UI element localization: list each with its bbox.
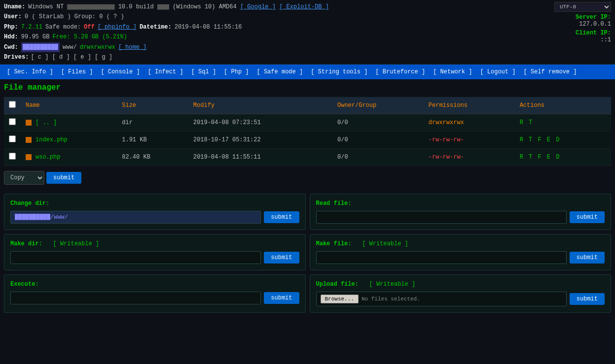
file-size: 1.91 KB: [117, 132, 188, 149]
nav-string-tools[interactable]: [ String tools ]: [308, 67, 370, 76]
file-actions: R T F E D: [515, 149, 611, 166]
server-info: UTF-8 ASCII ISO-8859-1 Server IP: 127.0.…: [554, 2, 611, 43]
make-file-submit[interactable]: submit: [570, 252, 605, 264]
file-size: dir: [117, 114, 188, 132]
encoding-select[interactable]: UTF-8 ASCII ISO-8859-1: [554, 2, 611, 12]
file-permissions: drwxrwxrwx: [424, 114, 515, 132]
nav-self-remove[interactable]: [ Self remove ]: [520, 67, 579, 76]
upload-file-panel: Upload file: [ Writeable ] Browse... No …: [310, 274, 612, 313]
execute-panel: Execute: submit: [4, 274, 306, 313]
file-name-link[interactable]: [ .. ]: [36, 119, 57, 126]
nav-logout[interactable]: [ Logout ]: [477, 67, 518, 76]
php-label: Php:: [4, 22, 18, 32]
table-row: index.php1.91 KB2018-10-17 05:31:220/0-r…: [4, 132, 611, 149]
browse-button[interactable]: Browse...: [321, 295, 359, 303]
action-link-r[interactable]: R: [520, 136, 527, 143]
table-row: [ .. ]dir2019-04-08 07:23:510/0drwxrwxrw…: [4, 114, 611, 132]
action-link-d[interactable]: D: [556, 154, 559, 161]
client-ip-label: Client IP:: [576, 30, 611, 36]
drives-label: Drives:: [4, 52, 29, 62]
upload-submit[interactable]: submit: [570, 293, 605, 305]
file-name-link[interactable]: index.php: [36, 136, 68, 143]
col-modify: Modify: [188, 97, 332, 114]
action-link-r[interactable]: R: [520, 154, 527, 161]
action-link-t[interactable]: T: [529, 154, 536, 161]
make-dir-input[interactable]: [10, 251, 261, 264]
action-submit-button[interactable]: submit: [46, 172, 81, 184]
action-link-e[interactable]: E: [547, 154, 554, 161]
nav-infect[interactable]: [ Infect ]: [145, 67, 186, 76]
file-owner: 0/0: [332, 114, 424, 132]
uname-value: Windows NT ████████████████ 10.0 build █…: [28, 2, 329, 12]
make-file-input[interactable]: [316, 251, 567, 264]
nav-sec-info[interactable]: [ Sec. Info ]: [4, 67, 56, 76]
make-dir-label: Make dir: [ Writeable ]: [10, 240, 299, 247]
row-checkbox[interactable]: [9, 153, 16, 160]
read-file-input[interactable]: [316, 211, 567, 224]
read-file-label: Read file:: [316, 200, 605, 207]
execute-input[interactable]: [10, 292, 261, 304]
page-title: File manager: [4, 83, 611, 92]
read-file-panel: Read file: submit: [310, 194, 612, 230]
file-permissions: -rw-rw-rw-: [424, 132, 515, 149]
change-dir-submit[interactable]: submit: [264, 211, 299, 223]
change-dir-panel: Change dir: submit: [4, 194, 306, 230]
file-owner: 0/0: [332, 149, 424, 166]
make-file-panel: Make file: [ Writeable ] submit: [310, 234, 612, 270]
col-name: Name: [21, 97, 117, 114]
file-name-link[interactable]: wso.php: [36, 154, 60, 161]
read-file-submit[interactable]: submit: [570, 211, 605, 223]
file-owner: 0/0: [332, 132, 424, 149]
execute-submit[interactable]: submit: [264, 292, 299, 304]
nav-safe-mode[interactable]: [ Safe mode ]: [254, 67, 306, 76]
execute-label: Execute:: [10, 281, 299, 288]
action-link-d[interactable]: D: [556, 136, 559, 143]
make-dir-submit[interactable]: submit: [264, 252, 299, 264]
row-checkbox[interactable]: [9, 118, 16, 125]
action-link-f[interactable]: F: [538, 154, 544, 161]
action-link-e[interactable]: E: [547, 136, 554, 143]
select-all-checkbox[interactable]: [9, 101, 16, 108]
nav-php[interactable]: [ Php ]: [221, 67, 252, 76]
datetime-value: 2019-04-08 11:55:16: [175, 22, 242, 32]
change-dir-input[interactable]: [10, 211, 261, 224]
action-link-f[interactable]: F: [538, 136, 544, 143]
file-icon: [26, 154, 32, 160]
file-actions: R T F E D: [515, 132, 611, 149]
phpinfo-link[interactable]: [ phpinfo ]: [98, 22, 137, 32]
copy-select-wrapper: Copy Move Delete Zip Unzip Chmod: [4, 171, 44, 185]
file-upload-area: Browse... No files selected.: [316, 292, 567, 306]
nav-sql[interactable]: [ Sql ]: [188, 67, 219, 76]
exploitdb-link[interactable]: [ Exploit-DB ]: [279, 3, 329, 10]
nav-console[interactable]: [ Console ]: [98, 67, 143, 76]
cwd-path-redacted: ██████████: [21, 42, 60, 52]
safe-mode-value: Off: [84, 22, 95, 32]
table-row: wso.php82.40 KB2019-04-08 11:55:110/0-rw…: [4, 149, 611, 166]
make-file-label: Make file: [ Writeable ]: [316, 240, 605, 247]
user-label: User:: [4, 12, 22, 22]
file-actions: R T: [515, 114, 611, 132]
nav-bar: [ Sec. Info ] [ Files ] [ Console ] [ In…: [0, 65, 615, 79]
file-manager: File manager Name Size Modify Owner/Grou…: [0, 79, 615, 194]
action-link-t[interactable]: T: [529, 119, 532, 126]
google-link[interactable]: [ Google ]: [240, 3, 276, 10]
header-section: Uname: Windows NT ████████████████ 10.0 …: [0, 0, 615, 65]
copy-action-select[interactable]: Copy Move Delete Zip Unzip Chmod: [4, 171, 44, 184]
nav-network[interactable]: [ Network ]: [430, 67, 475, 76]
file-icon: [26, 120, 32, 126]
home-link[interactable]: [ home ]: [118, 42, 147, 52]
change-dir-label: Change dir:: [10, 200, 299, 207]
row-checkbox[interactable]: [9, 135, 16, 142]
nav-bruteforce[interactable]: [ Bruteforce ]: [372, 67, 428, 76]
php-version: 7.2.11: [21, 22, 42, 32]
action-link-r[interactable]: R: [520, 119, 527, 126]
hdd-total: 99.95 GB: [21, 32, 50, 42]
user-value: 0 ( StarLab ) Group: 0 ( ? ): [25, 12, 124, 22]
action-link-t[interactable]: T: [529, 136, 536, 143]
hdd-label: Hdd:: [4, 32, 18, 42]
bottom-panels: Change dir: submit Read file: submit Mak…: [0, 194, 615, 317]
file-table: Name Size Modify Owner/Group Permissions…: [4, 97, 611, 166]
file-modify: 2019-04-08 07:23:51: [188, 114, 332, 132]
nav-files[interactable]: [ Files ]: [58, 67, 96, 76]
uname-label: Uname:: [4, 2, 25, 12]
